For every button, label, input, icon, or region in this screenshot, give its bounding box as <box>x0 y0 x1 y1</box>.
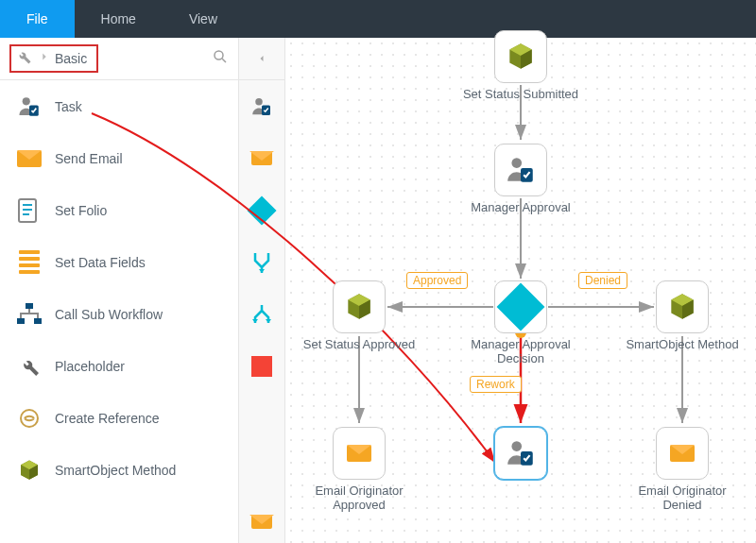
envelope-icon <box>347 445 371 462</box>
node-email-originator-approved[interactable] <box>333 427 386 480</box>
wrench-icon <box>17 354 42 379</box>
menu-view[interactable]: View <box>163 0 244 38</box>
node-label: Email Originator Approved <box>298 484 421 512</box>
mini-stop-icon[interactable] <box>248 340 276 392</box>
tool-task[interactable]: Task <box>0 80 238 132</box>
edge-label-denied: Denied <box>578 272 627 289</box>
envelope-icon <box>17 146 42 171</box>
svg-rect-8 <box>26 303 33 309</box>
node-manager-approval[interactable] <box>494 144 547 196</box>
mini-email-bottom-icon[interactable] <box>248 501 276 543</box>
tools-panel: Task Send Email Set Folio Set Data Field… <box>0 80 238 496</box>
breadcrumb-highlight: Basic <box>9 44 98 73</box>
svg-rect-10 <box>34 318 42 324</box>
breadcrumb-category[interactable]: Basic <box>55 51 87 66</box>
tool-smartobject-method[interactable]: SmartObject Method <box>0 444 238 496</box>
tool-label: Set Data Fields <box>55 255 146 270</box>
tool-placeholder[interactable]: Placeholder <box>0 340 238 392</box>
menu-file[interactable]: File <box>0 0 75 38</box>
tool-label: Call Sub Workflow <box>55 307 163 322</box>
mini-toolbar <box>238 38 285 543</box>
node-label: Email Originator Denied <box>621 484 744 512</box>
svg-line-1 <box>222 59 226 62</box>
mini-split-icon[interactable] <box>248 288 276 340</box>
tool-label: Create Reference <box>55 411 160 426</box>
tool-label: Set Folio <box>55 203 107 218</box>
svg-rect-9 <box>17 318 25 324</box>
search-icon[interactable] <box>212 48 229 69</box>
wrench-icon <box>15 48 32 69</box>
node-label: Manager Approval Decision <box>459 337 582 365</box>
node-manager-approval-decision[interactable] <box>494 280 547 333</box>
task-icon <box>17 94 42 119</box>
node-set-status-submitted[interactable] <box>494 30 547 83</box>
workflow-icon <box>17 302 42 327</box>
node-new-task[interactable] <box>494 427 547 480</box>
tool-label: Task <box>55 99 82 114</box>
edge-label-rework: Rework <box>470 376 522 393</box>
node-smartobject-method[interactable] <box>656 280 709 333</box>
svg-point-22 <box>511 158 522 168</box>
node-label: Set Status Submitted <box>459 87 582 101</box>
tool-label: SmartObject Method <box>55 463 176 478</box>
tool-label: Send Email <box>55 151 123 166</box>
menu-home[interactable]: Home <box>75 0 163 38</box>
svg-point-2 <box>23 97 30 105</box>
node-email-originator-denied[interactable] <box>656 427 709 480</box>
node-label: SmartObject Method <box>621 337 744 351</box>
mini-email-icon[interactable] <box>248 132 276 184</box>
mini-task-icon[interactable] <box>248 80 276 132</box>
tool-label: Placeholder <box>55 359 125 374</box>
edge-label-approved: Approved <box>406 272 468 289</box>
svg-point-0 <box>215 51 223 59</box>
mini-merge-icon[interactable] <box>248 236 276 288</box>
svg-point-24 <box>511 441 522 451</box>
decision-icon <box>497 283 545 331</box>
envelope-icon <box>670 445 695 462</box>
workflow-canvas[interactable]: Set Status Submitted Manager Approval Ma… <box>285 38 756 543</box>
chevron-right-icon <box>38 50 51 67</box>
data-fields-icon <box>17 250 42 275</box>
folio-icon <box>17 198 42 223</box>
tool-set-folio[interactable]: Set Folio <box>0 184 238 236</box>
tool-call-sub-workflow[interactable]: Call Sub Workflow <box>0 288 238 340</box>
node-label: Set Status Approved <box>298 337 421 351</box>
tool-set-data-fields[interactable]: Set Data Fields <box>0 236 238 288</box>
svg-point-11 <box>21 410 38 427</box>
reference-icon <box>17 406 42 431</box>
breadcrumb-row: Basic <box>0 38 238 80</box>
svg-point-12 <box>255 98 263 106</box>
collapse-panel-button[interactable] <box>239 38 284 80</box>
smartobject-icon <box>17 458 42 483</box>
menu-bar: File Home View <box>0 0 756 38</box>
tool-create-reference[interactable]: Create Reference <box>0 392 238 444</box>
node-label: Manager Approval <box>459 200 582 214</box>
node-set-status-approved[interactable] <box>333 280 386 333</box>
